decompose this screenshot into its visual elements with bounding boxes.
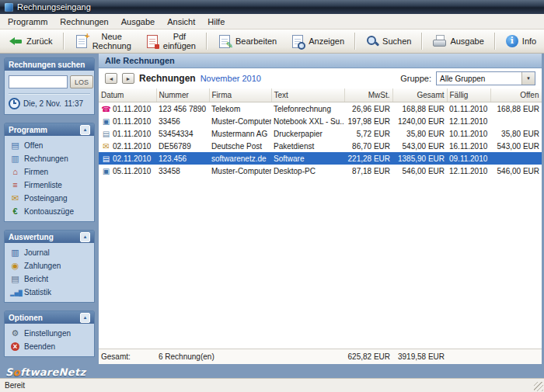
cell-datum: 01.11.2010 [113, 130, 151, 138]
edit-button-label: Bearbeiten [235, 36, 277, 46]
sidebar-item-label: Firmen [24, 168, 48, 176]
section-header-programm[interactable]: Programm [5, 123, 94, 136]
sidebar-item-label: Einstellungen [24, 329, 71, 338]
col-text[interactable]: Text [271, 88, 344, 102]
sidebar-item-statistik[interactable]: Statistik [7, 286, 92, 299]
back-button[interactable]: Zurück [3, 32, 59, 51]
sidebar-item-einstellungen[interactable]: Einstellungen [7, 327, 92, 340]
cell-mwst: 197,98 EUR [344, 115, 392, 127]
sidebar-item-beenden[interactable]: Beenden [7, 340, 92, 353]
table-row[interactable]: 02.11.2010 DE56789 Deutsche Post Paketdi… [99, 140, 542, 152]
table-row[interactable]: 01.11.2010 123 456 7890 Telekom Telefonr… [99, 102, 542, 116]
section-header-auswertung[interactable]: Auswertung [5, 231, 94, 243]
quit-icon [11, 342, 19, 351]
menubar: Programm Rechnungen Ausgabe Ansicht Hilf… [0, 14, 544, 29]
cell-firma: Deutsche Post [209, 140, 271, 152]
collapse-icon[interactable] [80, 232, 90, 242]
col-gesamt[interactable]: Gesamt [392, 88, 447, 102]
cell-text: Paketdienst [271, 140, 344, 152]
col-offen[interactable]: Offen [490, 88, 542, 102]
col-datum[interactable]: Datum [99, 88, 156, 102]
sidebar-item-firmenliste[interactable]: Firmenliste [7, 179, 92, 192]
cell-offen: 168,88 EUR [490, 102, 542, 116]
company-list-icon [10, 180, 20, 190]
new-invoice-button[interactable]: Neue Rechnung [68, 29, 138, 54]
collapse-icon[interactable] [80, 125, 90, 135]
prev-month-button[interactable]: ◄ [105, 73, 117, 84]
table-row[interactable]: 05.11.2010 33458 Muster-Computer Desktop… [99, 165, 542, 177]
section-header-optionen[interactable]: Optionen [5, 311, 94, 324]
col-mwst[interactable]: MwSt. [344, 88, 392, 102]
menu-programm[interactable]: Programm [2, 16, 54, 28]
insert-pdf-button[interactable]: Pdf einfügen [139, 29, 202, 54]
settings-icon [10, 328, 20, 338]
sidebar-item-zahlungen[interactable]: Zahlungen [7, 259, 92, 272]
output-button[interactable]: Ausgabe [427, 32, 490, 50]
cell-text: Desktop-PC [271, 165, 344, 177]
period-link[interactable]: November 2010 [201, 74, 261, 83]
titlebar: Rechnungseingang [0, 0, 544, 14]
back-arrow-icon [9, 35, 23, 48]
table-row[interactable]: 01.11.2010 33456 Muster-Computer Noteboo… [99, 115, 542, 127]
summary-count: 6 Rechnung(en) [156, 349, 271, 365]
cell-gesamt: 543,00 EUR [392, 140, 447, 152]
sidebar-item-kontoauszuege[interactable]: Kontoauszüge [7, 205, 92, 218]
cell-datum: 05.11.2010 [113, 167, 151, 175]
sidebar-item-label: Bericht [24, 275, 48, 283]
sidebar-item-posteingang[interactable]: Posteingang [7, 192, 92, 205]
cell-gesamt: 1240,00 EUR [392, 115, 447, 127]
cell-text: Notebook XXL - Su... [271, 115, 344, 127]
col-faellig[interactable]: Fällig [447, 88, 490, 102]
app-window: Rechnungseingang Programm Rechnungen Aus… [0, 0, 544, 392]
cell-mwst: 87,18 EUR [344, 165, 392, 177]
sidebar-item-rechnungen[interactable]: Rechnungen [7, 152, 92, 165]
sidebar-item-journal[interactable]: Journal [7, 246, 92, 259]
col-firma[interactable]: Firma [209, 88, 271, 102]
toolbar-separator [63, 33, 65, 50]
next-month-button[interactable]: ► [122, 73, 134, 84]
cell-datum: 01.11.2010 [113, 105, 151, 113]
search-magnifier-icon [366, 35, 378, 47]
menu-ansicht[interactable]: Ansicht [161, 16, 201, 28]
current-date: Die, 2 Nov. [23, 99, 61, 108]
cell-text: Druckerpapier [271, 127, 344, 140]
menu-hilfe[interactable]: Hilfe [201, 16, 231, 28]
cell-gesamt: 1385,90 EUR [392, 152, 447, 165]
cell-firma: Mustermann AG [209, 127, 271, 140]
search-button[interactable]: Suchen [360, 32, 417, 50]
menu-ausgabe[interactable]: Ausgabe [115, 16, 161, 28]
cell-faellig: 16.11.2010 [447, 140, 490, 152]
chevron-down-icon[interactable] [521, 72, 535, 85]
cell-faellig: 12.11.2010 [447, 115, 490, 127]
group-select[interactable]: Alle Gruppen [436, 71, 535, 85]
menu-rechnungen[interactable]: Rechnungen [54, 16, 114, 28]
cell-gesamt: 35,80 EUR [392, 127, 447, 140]
search-panel: Rechnungen suchen LOS Die, 2 Nov. 11:37 [4, 57, 95, 115]
cell-mwst: 221,28 EUR [344, 152, 392, 165]
resize-grip[interactable] [534, 382, 543, 391]
sidebar-item-bericht[interactable]: Bericht [7, 272, 92, 286]
table-row-selected[interactable]: 02.11.2010 123.456 softwarenetz.de Softw… [99, 152, 542, 165]
section-title: Auswertung [9, 233, 54, 241]
document-icon [101, 154, 111, 164]
summary-label: Gesamt: [99, 349, 156, 365]
sidebar-item-firmen[interactable]: Firmen [7, 165, 92, 179]
table-row[interactable]: 01.11.2010 53454334 Mustermann AG Drucke… [99, 127, 542, 140]
cell-faellig: 09.11.2010 [447, 152, 490, 165]
main-area: Alle Rechnungen ◄ ► Rechnungen November … [99, 54, 542, 378]
collapse-icon[interactable] [80, 313, 90, 323]
sidebar-item-label: Rechnungen [24, 154, 68, 163]
cell-nummer: DE56789 [156, 140, 209, 152]
info-button[interactable]: Info [500, 32, 542, 50]
sidebar-item-offen[interactable]: Offen [7, 139, 92, 152]
view-button[interactable]: Anzeigen [284, 31, 350, 52]
search-go-button[interactable]: LOS [70, 75, 93, 88]
document-icon [101, 129, 111, 139]
cell-faellig: 12.11.2010 [447, 165, 490, 177]
table-header-row: Datum Nummer Firma Text MwSt. Gesamt Fäl… [99, 88, 542, 102]
edit-button[interactable]: Bearbeiten [211, 31, 283, 52]
search-input[interactable] [9, 75, 68, 88]
payments-icon [10, 261, 20, 271]
report-icon [10, 274, 20, 284]
col-nummer[interactable]: Nummer [156, 88, 209, 102]
